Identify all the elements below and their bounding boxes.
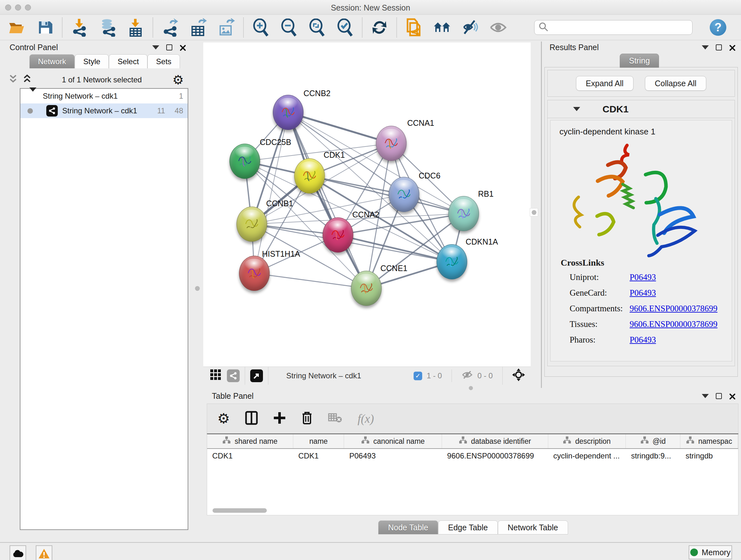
open-in-window-icon[interactable]	[250, 369, 263, 382]
table-hscrollbar[interactable]	[212, 508, 267, 513]
zoom-fit-icon[interactable]	[308, 18, 326, 37]
tab-select[interactable]: Select	[109, 54, 147, 68]
bottom-splitter-handle[interactable]	[469, 386, 473, 390]
add-column-icon[interactable]	[273, 412, 286, 426]
results-panel-close-icon[interactable]	[729, 44, 735, 51]
tab-edge-table[interactable]: Edge Table	[438, 520, 498, 535]
import-table-file-icon[interactable]	[127, 18, 144, 37]
edge-CCNA2-CDKN1A[interactable]	[338, 235, 452, 262]
collapse-all-button[interactable]: Collapse All	[645, 76, 706, 91]
zoom-out-icon[interactable]	[280, 18, 297, 37]
crosslink-link[interactable]: 9606.ENSP00000378699	[630, 304, 718, 314]
cloud-button[interactable]	[10, 545, 26, 560]
node-CCNA2[interactable]	[323, 217, 353, 253]
left-splitter-handle[interactable]	[195, 286, 200, 291]
node-table[interactable]: shared namenamecanonical namedatabase id…	[207, 434, 738, 515]
cell-description[interactable]: cyclin-dependent ...	[548, 451, 626, 460]
warning-button[interactable]	[36, 545, 52, 560]
node-CCNB2[interactable]	[273, 95, 304, 130]
help-button[interactable]: ?	[710, 19, 726, 36]
import-network-database-icon[interactable]	[99, 18, 116, 37]
tab-network-table[interactable]: Network Table	[498, 520, 568, 535]
cell--id[interactable]: stringdb:9...	[626, 451, 680, 460]
string-share-icon[interactable]	[227, 369, 240, 382]
table-options-gear-icon[interactable]: ⚙	[217, 412, 230, 426]
column-header--id[interactable]: @id	[626, 434, 680, 448]
delete-column-icon[interactable]	[301, 411, 313, 426]
delete-table-icon[interactable]	[328, 413, 342, 425]
column-header-namespac[interactable]: namespac	[680, 434, 738, 448]
column-header-shared-name[interactable]: shared name	[207, 434, 293, 448]
network-row-selected[interactable]: String Network – cdk1 11 48	[20, 104, 188, 118]
tab-style[interactable]: Style	[75, 54, 109, 68]
control-panel-close-icon[interactable]	[179, 44, 186, 51]
edge-CCNB2-CCNA1[interactable]	[288, 112, 391, 143]
network-canvas[interactable]: CCNB2CCNA1CDC25BCDK1CDC6RB1CCNB1CCNA2CDK…	[203, 43, 531, 367]
table-row[interactable]: CDK1CDK1P064939606.ENSP00000378699cyclin…	[207, 449, 738, 463]
import-network-file-icon[interactable]	[71, 18, 88, 37]
refresh-icon[interactable]	[371, 18, 388, 37]
selected-checkbox-icon[interactable]: ✓	[414, 372, 422, 380]
zoom-in-icon[interactable]	[252, 18, 269, 37]
column-header-description[interactable]: description	[548, 434, 626, 448]
right-splitter-handle[interactable]	[530, 208, 538, 216]
open-session-icon[interactable]	[8, 18, 25, 37]
export-image-icon[interactable]	[218, 18, 235, 37]
control-panel-float-icon[interactable]	[166, 44, 172, 51]
table-panel-float-icon[interactable]	[716, 393, 722, 399]
export-network-icon[interactable]	[161, 18, 179, 37]
tab-node-table[interactable]: Node Table	[378, 520, 438, 535]
node-CDC6[interactable]	[389, 177, 419, 212]
zoom-selected-icon[interactable]	[336, 18, 354, 37]
node-RB1[interactable]	[448, 196, 479, 231]
export-table-icon[interactable]	[190, 18, 207, 37]
cell-database-identifier[interactable]: 9606.ENSP00000378699	[442, 451, 548, 460]
cell-namespac[interactable]: stringdb	[680, 451, 738, 460]
cell-name[interactable]: CDK1	[293, 451, 344, 460]
birdseye-grid-icon[interactable]	[210, 369, 222, 383]
pan-crosshair-icon[interactable]	[512, 368, 525, 383]
hide-glasses-icon[interactable]	[461, 18, 479, 37]
node-CDC25B[interactable]	[229, 144, 260, 179]
collapse-all-chevron-icon[interactable]	[9, 74, 17, 85]
string-documents-icon[interactable]	[405, 18, 422, 37]
search-input[interactable]	[534, 20, 692, 35]
string-home-icon[interactable]	[433, 18, 451, 37]
control-panel-menu-icon[interactable]	[152, 45, 159, 50]
edge-CCNB2-CCNE1[interactable]	[288, 112, 366, 288]
tab-sets[interactable]: Sets	[147, 54, 180, 68]
node-CCNE1[interactable]	[351, 271, 382, 306]
memory-button[interactable]: Memory	[689, 545, 732, 559]
table-panel-menu-icon[interactable]	[702, 394, 709, 398]
cell-canonical-name[interactable]: P06493	[344, 451, 442, 460]
show-columns-icon[interactable]	[245, 411, 258, 426]
node-CCNA1[interactable]	[376, 126, 407, 161]
node-HIST1H1A[interactable]	[239, 256, 270, 291]
hidden-eye-icon[interactable]	[461, 370, 473, 381]
network-options-gear-icon[interactable]: ⚙	[172, 73, 184, 86]
node-CDK1[interactable]	[294, 159, 325, 193]
crosslink-link[interactable]: P06493	[630, 288, 656, 298]
network-collection-row[interactable]: String Network – cdk1 1	[20, 89, 188, 104]
cdk1-collapse-icon[interactable]	[573, 107, 580, 111]
node-CCNB1[interactable]	[237, 206, 267, 242]
results-panel-menu-icon[interactable]	[702, 45, 709, 50]
column-header-database-identifier[interactable]: database identifier	[442, 434, 548, 448]
table-panel-close-icon[interactable]	[729, 393, 735, 399]
column-header-canonical-name[interactable]: canonical name	[344, 434, 442, 448]
edge-HIST1H1A-CCNE1[interactable]	[254, 273, 366, 288]
column-header-name[interactable]: name	[293, 434, 344, 448]
crosslink-link[interactable]: 9606.ENSP00000378699	[630, 319, 718, 329]
function-builder-icon[interactable]: f(x)	[357, 412, 374, 426]
expand-all-button[interactable]: Expand All	[576, 76, 633, 91]
crosslink-link[interactable]: P06493	[630, 335, 656, 345]
cell-shared-name[interactable]: CDK1	[207, 451, 293, 460]
save-session-icon[interactable]	[37, 18, 54, 37]
crosslink-link[interactable]: P06493	[630, 272, 656, 282]
expand-all-chevron-icon[interactable]	[23, 74, 31, 85]
results-panel-float-icon[interactable]	[716, 44, 722, 51]
node-CDKN1A[interactable]	[436, 244, 467, 279]
tab-network[interactable]: Network	[29, 54, 75, 68]
tab-string[interactable]: String	[620, 54, 659, 68]
show-eye-icon[interactable]	[489, 18, 507, 37]
